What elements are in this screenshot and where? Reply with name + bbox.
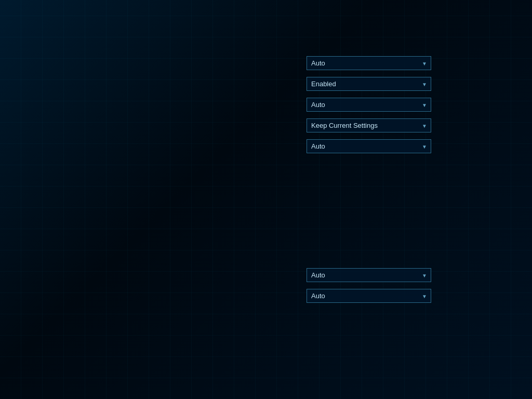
dram-frequency-wrapper: Auto xyxy=(307,98,431,112)
min-cpu-cache-wrapper: Auto xyxy=(307,289,431,303)
ring-down-bin-dropdown[interactable]: Auto xyxy=(307,268,431,282)
bclk-dram-ratio-dropdown[interactable]: Auto 100:133 100:100 xyxy=(307,56,431,70)
min-cpu-cache-dropdown[interactable]: Auto xyxy=(307,289,431,303)
dram-frequency-dropdown[interactable]: Auto xyxy=(307,98,431,112)
ring-down-bin-wrapper: Auto xyxy=(307,268,431,282)
power-saving-wrapper: Auto Enabled Disabled xyxy=(307,139,431,153)
oc-tuner-wrapper: Keep Current Settings Auto xyxy=(307,118,431,132)
dram-odd-ratio-wrapper: Enabled Disabled xyxy=(307,77,431,91)
dram-odd-ratio-dropdown[interactable]: Enabled Disabled xyxy=(307,77,431,91)
bclk-dram-ratio-dropdown-wrapper: Auto 100:133 100:100 xyxy=(307,56,431,70)
power-saving-dropdown[interactable]: Auto Enabled Disabled xyxy=(307,139,431,153)
oc-tuner-dropdown[interactable]: Keep Current Settings Auto xyxy=(307,118,431,132)
